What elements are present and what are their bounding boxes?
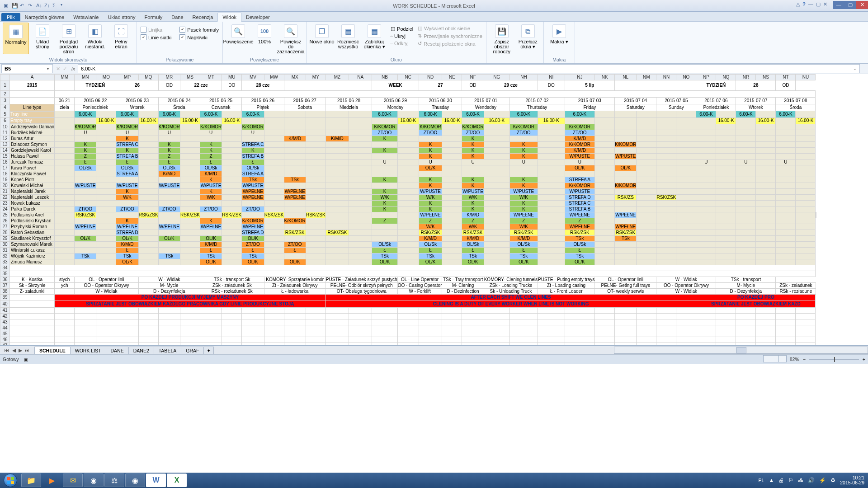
dropdown-icon[interactable]: ▼ — [46, 67, 50, 71]
taskbar-app1[interactable]: ◉ — [84, 474, 104, 487]
col-header[interactable]: NH — [509, 75, 538, 80]
col-header[interactable]: MS — [180, 75, 200, 80]
qat-more-icon[interactable]: ▾ — [61, 3, 67, 9]
doc-close-icon[interactable]: ✕ — [823, 1, 827, 7]
hide-button[interactable]: ▫Ukryj — [390, 33, 414, 39]
chk-headings[interactable]: ✓Nagłówki — [179, 34, 220, 41]
col-header[interactable]: NC — [397, 75, 419, 80]
zoom-100-button[interactable]: 100100% — [252, 23, 277, 54]
taskbar-explorer[interactable]: 📁 — [21, 474, 41, 487]
help-icon[interactable]: ? — [802, 1, 806, 7]
zoom-selection-button[interactable]: 🔍Powiększ do zaznaczenia — [278, 23, 303, 54]
zoom-slider[interactable] — [809, 359, 859, 360]
tab-review[interactable]: Recenzja — [188, 13, 218, 21]
col-header[interactable]: MV — [242, 75, 264, 80]
taskbar-word[interactable]: W — [146, 474, 166, 487]
col-header[interactable]: NB — [372, 75, 397, 80]
switch-windows-button[interactable]: ⧉Przełącz okna ▾ — [515, 23, 541, 54]
col-header[interactable]: MO — [96, 75, 116, 80]
tab-file[interactable]: Plik — [1, 13, 20, 21]
col-header[interactable]: MT — [200, 75, 222, 80]
col-header[interactable]: NS — [756, 75, 776, 80]
taskbar-outlook[interactable]: ✉ — [63, 474, 83, 487]
sort-asc-icon[interactable]: A↓ — [36, 3, 42, 9]
col-header[interactable]: NA — [349, 75, 372, 80]
zoom-in-icon[interactable]: + — [863, 357, 865, 362]
tray-shield-icon[interactable]: ♻ — [830, 477, 835, 483]
tray-flag-icon[interactable]: ⚐ — [788, 477, 793, 483]
tray-up-icon[interactable]: ▲ — [769, 477, 774, 483]
col-header[interactable]: MP — [116, 75, 138, 80]
view-normal-icon[interactable] — [763, 355, 771, 362]
taskbar-wmp[interactable]: ▶ — [42, 474, 62, 487]
scrollbar-thumb[interactable] — [736, 347, 746, 353]
zoom-out-icon[interactable]: − — [803, 357, 806, 362]
sheet-tab-graf[interactable]: GRAF — [181, 347, 204, 354]
name-box[interactable]: B5▼ — [1, 64, 53, 73]
col-header[interactable]: NJ — [565, 75, 595, 80]
doc-min-icon[interactable]: — — [808, 1, 813, 7]
horizontal-scrollbar[interactable] — [614, 347, 868, 354]
col-header[interactable]: NM — [637, 75, 656, 80]
tab-formulas[interactable]: Formuły — [140, 13, 167, 21]
new-window-button[interactable]: ❐Nowe okno — [309, 23, 335, 49]
col-header[interactable]: NI — [538, 75, 565, 80]
worksheet[interactable]: AMMMNMOMPMQMRMSMTMUMVMWMXMYMZNANBNCNDNEN… — [0, 74, 868, 346]
tray-sound-icon[interactable]: 🔊 — [808, 477, 815, 483]
tab-prev-icon[interactable]: ◀ — [12, 347, 16, 353]
fx-icon[interactable]: fx — [69, 66, 78, 71]
col-header[interactable]: NQ — [716, 75, 736, 80]
tab-insert[interactable]: Wstawianie — [69, 13, 103, 21]
clock[interactable]: 10:212015-06-29 — [840, 475, 864, 485]
col-header[interactable]: MR — [158, 75, 180, 80]
save-icon[interactable]: 💾 — [12, 3, 18, 9]
tab-developer[interactable]: Deweloper — [241, 13, 274, 21]
tab-home[interactable]: Narzędzia główne — [20, 13, 69, 21]
start-button[interactable] — [0, 473, 21, 488]
tray-network-icon[interactable]: 🖧 — [798, 477, 803, 483]
taskbar-excel[interactable]: X — [167, 474, 187, 487]
language-indicator[interactable]: PL — [759, 478, 764, 483]
zoom-level[interactable]: 82% — [790, 357, 799, 362]
tab-next-icon[interactable]: ▶ — [19, 347, 22, 353]
view-pagebreak-button[interactable]: ⊞Podgląd podziału stron — [56, 23, 81, 54]
col-header[interactable]: NK — [595, 75, 615, 80]
col-header[interactable]: NL — [615, 75, 637, 80]
expand-icon[interactable]: ⌄ — [853, 66, 857, 71]
col-header[interactable] — [0, 75, 10, 80]
col-header[interactable]: MY — [306, 75, 326, 80]
tab-first-icon[interactable]: ⏮ — [5, 347, 9, 353]
col-header[interactable]: NN — [656, 75, 676, 80]
view-fullscreen-button[interactable]: ⛶Pełny ekran — [108, 23, 134, 54]
sheet-tab-dane[interactable]: DANE — [106, 347, 129, 354]
save-workspace-button[interactable]: 💾Zapisz obszar roboczy — [489, 23, 514, 54]
col-header[interactable]: NU — [796, 75, 816, 80]
col-header[interactable]: MU — [222, 75, 242, 80]
col-header[interactable]: NO — [676, 75, 696, 80]
col-header[interactable]: MQ — [138, 75, 158, 80]
zoom-button[interactable]: 🔍Powiększenie — [226, 23, 251, 54]
tray-printer-icon[interactable]: 🖨 — [778, 477, 784, 483]
minimize-button[interactable]: — — [833, 1, 844, 9]
freeze-button[interactable]: ▦Zablokuj okienka ▾ — [362, 23, 387, 49]
col-header[interactable]: NT — [776, 75, 796, 80]
doc-restore-icon[interactable]: ▢ — [816, 1, 821, 7]
col-header[interactable]: MM — [55, 75, 75, 80]
split-button[interactable]: ◫Podziel — [390, 25, 414, 32]
sheet-tab-worklist[interactable]: WORK LIST — [70, 347, 106, 354]
chk-gridlines[interactable]: ✓Linie siatki — [140, 34, 172, 41]
sum-icon[interactable]: Σ — [52, 3, 59, 9]
sheet-tab-tabela[interactable]: TABELA — [154, 347, 182, 354]
col-header[interactable]: NP — [696, 75, 716, 80]
close-button[interactable]: ✕ — [856, 1, 868, 9]
tab-last-icon[interactable]: ⏭ — [25, 347, 30, 353]
col-header[interactable]: NR — [736, 75, 756, 80]
sheet-tab-dane2[interactable]: DANE2 — [128, 347, 154, 354]
col-header[interactable]: MZ — [326, 75, 349, 80]
view-layout-icon[interactable] — [771, 355, 779, 362]
col-header[interactable]: MX — [284, 75, 306, 80]
tab-layout[interactable]: Układ strony — [103, 13, 140, 21]
taskbar-app2[interactable]: ⚖ — [104, 474, 124, 487]
new-sheet-button[interactable]: ✦ — [203, 347, 214, 354]
view-pagelayout-button[interactable]: 📄Układ strony — [30, 23, 55, 54]
